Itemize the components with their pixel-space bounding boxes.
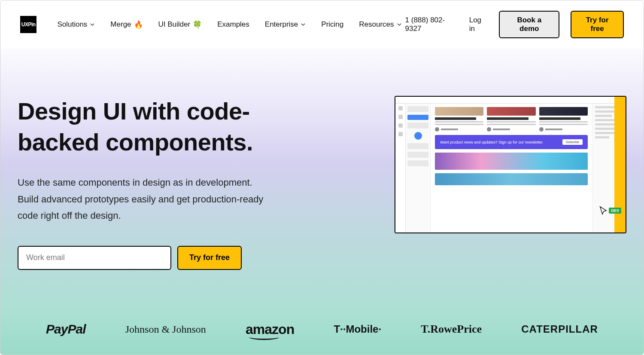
avatar-icon: [435, 127, 439, 132]
hero-illustration: Want product news and updates? Sign up f…: [331, 96, 626, 270]
nav-items: Solutions Merge 🔥 UI Builder 🍀 Examples …: [57, 20, 401, 29]
canvas-card: [435, 107, 483, 132]
app-canvas: Want product news and updates? Sign up f…: [431, 104, 592, 233]
app-body: Want product news and updates? Sign up f…: [395, 104, 626, 233]
app-rail: [395, 104, 406, 233]
card-line: [435, 124, 483, 125]
newsletter-banner: Want product news and updates? Sign up f…: [435, 135, 588, 149]
nav-pricing[interactable]: Pricing: [321, 20, 343, 29]
avatar-icon: [539, 127, 544, 132]
rail-item: [398, 123, 403, 128]
card-line: [539, 124, 588, 125]
canvas-cards: [435, 107, 588, 132]
nav-label: Merge: [110, 20, 131, 29]
avatar-icon: [487, 127, 491, 132]
dev-tag: DEV: [609, 208, 621, 214]
nav-solutions[interactable]: Solutions: [57, 20, 95, 29]
rail-item: [398, 115, 403, 119]
rail-item: [398, 132, 403, 136]
card-image: [435, 107, 483, 116]
nav-ui-builder[interactable]: UI Builder 🍀: [158, 20, 202, 29]
chevron-down-icon: [397, 22, 402, 27]
canvas-card: [487, 107, 535, 132]
author-name: [545, 129, 562, 130]
panel-line: [595, 136, 609, 138]
phone-number[interactable]: 1 (888) 802-9327: [405, 16, 458, 33]
nav-examples[interactable]: Examples: [217, 20, 249, 29]
login-link[interactable]: Log in: [469, 16, 488, 33]
sidebar-active: [407, 115, 428, 120]
banner-button: Subscribe: [562, 139, 583, 145]
caterpillar-logo: CATERPILLAR: [521, 323, 598, 335]
app-header: [395, 97, 626, 104]
uxpin-logo[interactable]: UXPin: [20, 16, 36, 33]
card-image: [487, 107, 535, 116]
nav-label: Enterprise: [265, 20, 298, 29]
nav-label: Pricing: [321, 20, 343, 29]
card-line: [487, 124, 535, 125]
book-demo-button[interactable]: Book a demo: [499, 11, 559, 38]
paypal-logo: PayPal: [46, 322, 85, 337]
cursor-icon: [598, 206, 608, 215]
clover-icon: 🍀: [193, 20, 202, 29]
sidebar-block: [407, 160, 428, 166]
nav-label: Examples: [217, 20, 249, 29]
cursor-badge: DEV: [598, 206, 621, 215]
card-title: [539, 117, 580, 120]
chevron-down-icon: [301, 22, 306, 27]
sidebar-block: [407, 122, 428, 129]
card-line: [487, 121, 535, 122]
customer-logos: PayPal Johnson & Johnson amazon T··Mobil…: [0, 321, 644, 337]
panel-line: [595, 123, 615, 125]
chevron-down-icon: [90, 22, 95, 27]
sidebar-block: [407, 143, 428, 149]
card-line: [435, 121, 483, 122]
author-name: [441, 129, 458, 130]
author-name: [493, 129, 510, 130]
image-row: [435, 153, 588, 170]
signup-form: Try for free: [18, 246, 314, 270]
hero-section: Design UI with code-backed components. U…: [0, 49, 644, 270]
nav-label: Solutions: [57, 20, 87, 29]
nav-label: UI Builder: [158, 20, 191, 29]
card-author: [435, 127, 483, 132]
johnson-johnson-logo: Johnson & Johnson: [125, 324, 206, 335]
trowe-logo: T.RowePrice: [421, 323, 482, 336]
card-author: [487, 127, 535, 132]
try-free-button[interactable]: Try for free: [571, 11, 624, 38]
card-title: [487, 117, 528, 120]
nav-right: 1 (888) 802-9327 Log in Book a demo Try …: [405, 11, 624, 38]
card-author: [539, 127, 588, 132]
app-sidebar: [406, 104, 431, 233]
image-row: [435, 173, 588, 185]
sidebar-circle: [414, 132, 422, 140]
canvas-card: [539, 107, 588, 132]
card-line: [539, 121, 588, 122]
nav-resources[interactable]: Resources: [359, 20, 401, 29]
hero-subtitle: Use the same components in design as in …: [18, 174, 275, 224]
hero-title: Design UI with code-backed components.: [18, 96, 314, 157]
tmobile-logo: T··Mobile·: [334, 323, 381, 335]
sidebar-block: [407, 152, 428, 158]
nav-enterprise[interactable]: Enterprise: [265, 20, 306, 29]
sidebar-block: [407, 106, 428, 112]
banner-text: Want product news and updates? Sign up f…: [440, 140, 544, 144]
hero-try-free-button[interactable]: Try for free: [177, 246, 242, 270]
panel-line: [595, 115, 612, 117]
card-image: [539, 107, 588, 116]
email-input[interactable]: [18, 246, 171, 270]
top-navigation: UXPin Solutions Merge 🔥 UI Builder 🍀 Exa…: [0, 0, 644, 49]
nav-label: Resources: [359, 20, 394, 29]
hero-content: Design UI with code-backed components. U…: [18, 96, 314, 270]
card-title: [435, 117, 476, 120]
nav-merge[interactable]: Merge 🔥: [110, 20, 143, 29]
fire-icon: 🔥: [134, 20, 143, 29]
amazon-logo: amazon: [246, 321, 294, 337]
rail-item: [398, 106, 403, 110]
app-screenshot: Want product news and updates? Sign up f…: [395, 96, 626, 233]
